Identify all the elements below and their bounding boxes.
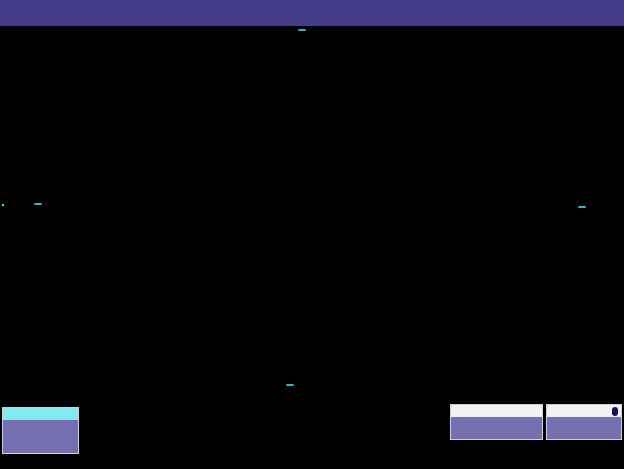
menu-bar [0, 0, 624, 26]
cursor-bottom-voltage[interactable] [286, 384, 294, 386]
oscilloscope-screen [0, 0, 624, 469]
cursor-left-time[interactable] [34, 203, 42, 205]
eye-trace-panel[interactable] [2, 407, 79, 454]
waveform-display [0, 0, 624, 469]
timebase-panel[interactable] [450, 404, 543, 440]
cursor-top-voltage[interactable] [298, 29, 306, 31]
trigger-panel[interactable] [546, 404, 622, 440]
trigger-source-badge [612, 407, 618, 416]
trace-label-eye [2, 203, 4, 206]
cursor-right-time[interactable] [578, 206, 586, 208]
